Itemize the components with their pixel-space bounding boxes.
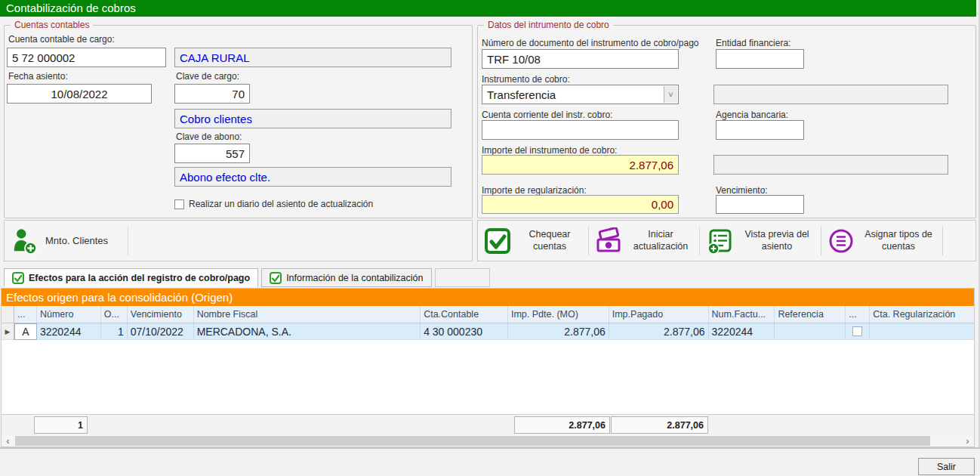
footer-imp-pagado-total: 2.877,06: [611, 416, 708, 434]
cell-imp-pdte[interactable]: 2.877,06: [508, 323, 609, 340]
contabilizacion-cobros-window: Contabilización de cobros Cuentas contab…: [0, 0, 980, 476]
vencimiento-label: Vencimiento:: [716, 185, 768, 196]
clave-cargo-descripcion: Cobro clientes: [174, 109, 451, 128]
cuenta-cargo-input[interactable]: 5 72 000002: [7, 48, 166, 67]
panel-acciones: Chequear cuentas Iniciar actualización V…: [477, 220, 976, 261]
col-row-selector: [2, 306, 14, 323]
chequear-cuentas-label: Chequear cuentas: [517, 229, 582, 252]
money-icon: [595, 227, 622, 255]
cell-estado[interactable]: A: [14, 323, 37, 340]
diario-checkbox[interactable]: [174, 199, 184, 209]
agencia-descripcion-field: [713, 155, 948, 175]
salir-button[interactable]: Salir: [918, 458, 975, 475]
person-add-icon: [11, 227, 39, 255]
grid-footer: 1 2.877,06 2.877,06: [1, 414, 975, 434]
fecha-asiento-input[interactable]: 10/08/2022: [7, 84, 152, 104]
tab-informacion-contabilizacion[interactable]: Información de la contabilización: [261, 268, 431, 287]
table-row[interactable]: ▶ A 3220244 1 07/10/2022 MERCADONA, S.A.…: [2, 323, 974, 340]
col-imp-pagado[interactable]: Imp.Pagado: [609, 306, 709, 323]
col-estado[interactable]: ...: [14, 306, 37, 323]
scroll-right-icon[interactable]: ›: [961, 434, 974, 447]
cell-numero[interactable]: 3220244: [37, 323, 101, 340]
clave-abono-input[interactable]: 557: [174, 144, 250, 163]
col-nombre-fiscal[interactable]: Nombre Fiscal: [194, 306, 421, 323]
scrollbar-thumb[interactable]: [15, 436, 930, 446]
tab-efectos-registro[interactable]: Efectos para la acción del registro de c…: [4, 268, 258, 287]
entidad-descripcion-field: [713, 85, 948, 104]
col-check[interactable]: ...: [846, 306, 870, 323]
footer-imp-pdte-total: 2.877,06: [514, 416, 610, 434]
cuenta-corriente-input[interactable]: [482, 120, 679, 140]
window-title: Contabilización de cobros: [6, 2, 136, 14]
window-titlebar: Contabilización de cobros: [0, 0, 976, 17]
fecha-asiento-label: Fecha asiento:: [8, 71, 68, 82]
group-datos-instrumento-title: Datos del intrumento de cobro: [484, 20, 613, 30]
scroll-left-icon[interactable]: ‹: [2, 434, 14, 447]
check-box-icon: [484, 227, 511, 255]
importe-instrumento-input[interactable]: 2.877,06: [482, 155, 679, 175]
footer-row-count: 1: [34, 416, 88, 434]
col-cta-regularizacion[interactable]: Cta. Regularización: [870, 306, 974, 323]
clave-cargo-input[interactable]: 70: [174, 84, 250, 104]
cell-referencia[interactable]: [775, 323, 846, 340]
col-cta-contable[interactable]: Cta.Contable: [421, 306, 508, 323]
entidad-financiera-label: Entidad financiera:: [716, 38, 790, 48]
vista-previa-asiento-label: Vista previa del asiento: [739, 229, 815, 252]
col-num-factura[interactable]: Num.Factu...: [709, 306, 775, 323]
agencia-bancaria-input[interactable]: [716, 120, 804, 140]
mnto-clientes-label: Mnto. Clientes: [45, 235, 108, 246]
tab-informacion-contabilizacion-label: Información de la contabilización: [286, 273, 423, 283]
iniciar-actualizacion-button[interactable]: Iniciar actualización: [589, 221, 699, 261]
list-add-icon: [706, 227, 733, 255]
cell-imp-pagado[interactable]: 2.877,06: [609, 323, 709, 340]
cell-nombre-fiscal[interactable]: MERCADONA, S.A.: [194, 323, 421, 340]
agencia-bancaria-label: Agencia bancaria:: [716, 110, 788, 120]
chequear-cuentas-button[interactable]: Chequear cuentas: [478, 221, 588, 261]
group-cuentas-contables-title: Cuentas contables: [11, 20, 93, 30]
col-imp-pdte[interactable]: Imp. Pdte. (MO): [508, 306, 609, 323]
grid-title: Efectos origen para la consolidación (Or…: [6, 291, 233, 304]
tab-strip: Efectos para la acción del registro de c…: [4, 268, 490, 287]
importe-regularizacion-input[interactable]: 0,00: [482, 195, 679, 214]
chevron-down-icon[interactable]: ˅: [664, 86, 677, 103]
cuenta-cargo-descripcion: CAJA RURAL: [174, 48, 451, 67]
importe-instrumento-label: Importe del instrumento de cobro:: [482, 145, 617, 156]
cell-orden[interactable]: 1: [101, 323, 128, 340]
num-doc-label: Número de documento del instrumento de c…: [482, 38, 699, 48]
mnto-clientes-button[interactable]: Mnto. Clientes: [5, 221, 114, 261]
row-marker-icon: ▶: [2, 323, 14, 340]
bottom-bar: Salir: [0, 447, 980, 476]
instrumento-cobro-select[interactable]: Transferencia ˅: [482, 85, 679, 104]
cell-check[interactable]: [846, 323, 870, 340]
vista-previa-asiento-button[interactable]: Vista previa del asiento: [700, 221, 821, 261]
clave-abono-label: Clave de abono:: [176, 131, 242, 142]
group-cuentas-contables: Cuentas contables Cuenta contable de car…: [4, 25, 473, 218]
cell-vencimiento[interactable]: 07/10/2022: [128, 323, 194, 340]
cell-cta-contable[interactable]: 4 30 000230: [421, 323, 508, 340]
cuenta-corriente-label: Cuenta corriente del instr. cobro:: [482, 110, 612, 120]
cuenta-cargo-label: Cuenta contable de cargo:: [8, 34, 115, 45]
num-doc-input[interactable]: TRF 10/08: [482, 49, 679, 69]
tab-stub: [435, 268, 490, 287]
horizontal-scrollbar[interactable]: ‹ ›: [1, 434, 975, 447]
asignar-tipos-cuentas-label: Asignar tipos de cuentas: [861, 229, 936, 252]
grid-title-bar: Efectos origen para la consolidación (Or…: [1, 288, 975, 306]
entidad-financiera-input[interactable]: [716, 49, 804, 69]
importe-regularizacion-label: Importe de regularización:: [482, 185, 587, 196]
group-datos-instrumento: Datos del intrumento de cobro Número de …: [477, 25, 976, 218]
checkmark-icon: [12, 272, 24, 284]
col-vencimiento[interactable]: Vencimiento: [128, 306, 194, 323]
col-orden[interactable]: O...: [101, 306, 128, 323]
cell-num-factura[interactable]: 3220244: [709, 323, 775, 340]
asignar-tipos-cuentas-button[interactable]: Asignar tipos de cuentas: [821, 221, 942, 261]
divider: [128, 227, 128, 255]
panel-clientes: Mnto. Clientes: [4, 220, 473, 261]
diario-checkbox-row[interactable]: Realizar un diario del asiento de actual…: [174, 199, 373, 209]
cell-cta-regularizacion[interactable]: [870, 323, 974, 340]
col-referencia[interactable]: Referencia: [775, 306, 846, 323]
clave-cargo-label: Clave de cargo:: [176, 71, 239, 82]
iniciar-actualizacion-label: Iniciar actualización: [628, 229, 693, 252]
row-checkbox[interactable]: [852, 326, 862, 336]
col-numero[interactable]: Número: [37, 306, 101, 323]
vencimiento-input[interactable]: [716, 195, 804, 214]
